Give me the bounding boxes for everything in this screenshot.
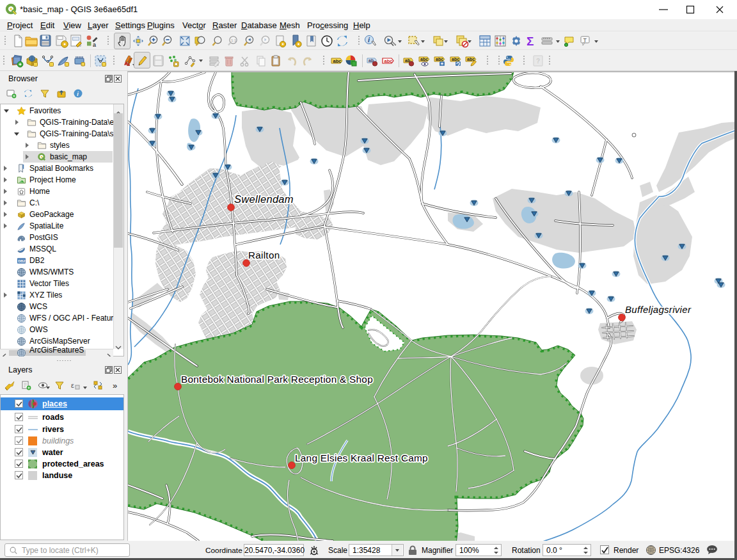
svg-text:abc: abc	[436, 57, 443, 61]
svg-text:abc: abc	[384, 58, 393, 64]
svg-text:Σ: Σ	[527, 35, 534, 48]
svg-text:Bontebok National Park Recepti: Bontebok National Park Reception & Shop	[181, 374, 373, 385]
svg-text:abc: abc	[452, 57, 459, 61]
svg-text:T: T	[583, 37, 587, 44]
svg-text:Lang Elsies Kraal Rest Camp: Lang Elsies Kraal Rest Camp	[295, 452, 428, 463]
svg-text:abc: abc	[467, 57, 475, 61]
svg-text:abc: abc	[420, 57, 428, 61]
svg-text:DB2: DB2	[18, 259, 25, 263]
svg-text:a: a	[93, 42, 96, 48]
svg-text:Railton: Railton	[248, 250, 280, 260]
svg-text:Buffeljagsrivier: Buffeljagsrivier	[625, 304, 692, 315]
svg-text:ε: ε	[71, 381, 74, 389]
svg-text:?: ?	[536, 58, 540, 65]
svg-text:1:1: 1:1	[231, 38, 237, 42]
svg-text:Swellendam: Swellendam	[234, 193, 294, 205]
svg-text:abc: abc	[333, 58, 342, 64]
